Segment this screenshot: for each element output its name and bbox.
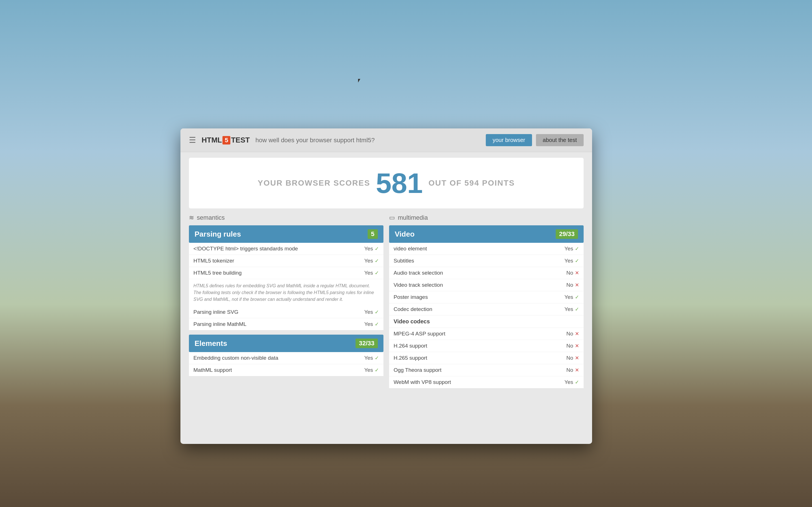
table-row: Codec detection Yes ✓: [389, 303, 583, 316]
item-name: MathML support: [193, 367, 362, 373]
check-icon: ✓: [375, 321, 379, 327]
result-yes: Yes: [564, 294, 573, 300]
item-result: Yes ✓: [562, 294, 579, 300]
semantics-label: semantics: [197, 214, 225, 221]
item-result: Yes ✓: [362, 258, 379, 264]
item-result: Yes ✓: [362, 355, 379, 361]
item-result: Yes ✓: [362, 321, 379, 327]
your-browser-button[interactable]: your browser: [486, 134, 532, 146]
item-result: Yes ✓: [362, 367, 379, 373]
hamburger-icon[interactable]: ☰: [189, 135, 196, 145]
table-row: Subtitles Yes ✓: [389, 255, 583, 267]
table-row: H.265 support No ✕: [389, 352, 583, 364]
result-yes: Yes: [564, 306, 573, 313]
result-yes: Yes: [364, 258, 373, 264]
check-icon: ✓: [575, 245, 579, 252]
result-no: No: [566, 282, 573, 288]
item-name: MPEG-4 ASP support: [394, 331, 562, 337]
item-result: No ✕: [562, 270, 579, 276]
cross-icon: ✕: [575, 282, 579, 288]
table-row: Video track selection No ✕: [389, 279, 583, 291]
video-header: Video 29/33: [389, 225, 583, 243]
check-icon: ✓: [375, 355, 379, 361]
cross-icon: ✕: [575, 331, 579, 337]
table-row: WebM with VP8 support Yes ✓: [389, 376, 583, 388]
tagline: how well does your browser support html5…: [255, 136, 375, 144]
table-row: Poster images Yes ✓: [389, 291, 583, 303]
cross-icon: ✕: [575, 343, 579, 349]
multimedia-section-header: ▭ multimedia: [389, 214, 583, 221]
item-name: Parsing inline SVG: [193, 309, 362, 315]
item-name: HTML5 tokenizer: [193, 258, 362, 264]
item-name: Embedding custom non-visible data: [193, 355, 362, 361]
check-icon: ✓: [375, 258, 379, 264]
table-row: video element Yes ✓: [389, 243, 583, 255]
result-yes: Yes: [364, 367, 373, 373]
result-yes: Yes: [364, 245, 373, 252]
check-icon: ✓: [575, 379, 579, 385]
result-yes: Yes: [564, 379, 573, 385]
browser-window: ☰ HTML 5 TEST how well does your browser…: [181, 128, 592, 444]
check-icon: ✓: [575, 258, 579, 264]
parsing-rules-score: 5: [368, 229, 378, 239]
item-name: Ogg Theora support: [394, 367, 562, 373]
elements-list: Embedding custom non-visible data Yes ✓ …: [189, 352, 384, 376]
score-label-left: YOUR BROWSER SCORES: [258, 179, 370, 187]
item-result: Yes ✓: [562, 306, 579, 313]
check-icon: ✓: [375, 367, 379, 373]
score-label-right: OUT OF 594 POINTS: [428, 179, 515, 187]
parsing-rules-list: <!DOCTYPE html> triggers standards mode …: [189, 243, 384, 330]
check-icon: ✓: [375, 245, 379, 252]
logo-test: TEST: [231, 136, 250, 145]
result-yes: Yes: [564, 245, 573, 252]
elements-score: 32/33: [356, 339, 378, 348]
video-codecs-header: Video codecs: [389, 316, 583, 328]
item-name: H.264 support: [394, 343, 562, 349]
cross-icon: ✕: [575, 355, 579, 361]
item-result: Yes ✓: [562, 245, 579, 252]
score-section: YOUR BROWSER SCORES 581 OUT OF 594 POINT…: [189, 158, 583, 209]
parsing-rules-title: Parsing rules: [195, 230, 241, 238]
item-name: Subtitles: [394, 258, 562, 264]
table-row: MPEG-4 ASP support No ✕: [389, 328, 583, 340]
check-icon: ✓: [575, 306, 579, 313]
nav-bar: ☰ HTML 5 TEST how well does your browser…: [181, 128, 592, 152]
item-result: No ✕: [562, 367, 579, 373]
table-row: H.264 support No ✕: [389, 340, 583, 352]
table-row: Parsing inline MathML Yes ✓: [189, 318, 384, 330]
result-no: No: [566, 270, 573, 276]
result-yes: Yes: [564, 258, 573, 264]
result-no: No: [566, 367, 573, 373]
item-name: Codec detection: [394, 306, 562, 313]
item-result: No ✕: [562, 355, 579, 361]
item-name: HTML5 tree building: [193, 270, 362, 276]
video-title: Video: [395, 230, 414, 238]
item-result: Yes ✓: [362, 270, 379, 276]
elements-title: Elements: [195, 339, 227, 348]
elements-header: Elements 32/33: [189, 335, 384, 352]
check-icon: ✓: [375, 270, 379, 276]
logo: HTML 5 TEST: [202, 136, 250, 145]
result-yes: Yes: [364, 270, 373, 276]
content-area: ≋ semantics Parsing rules 5 <!DOCTYPE ht…: [181, 214, 592, 393]
item-result: Yes ✓: [562, 258, 579, 264]
about-test-button[interactable]: about the test: [536, 134, 583, 146]
item-name: Poster images: [394, 294, 562, 300]
item-result: Yes ✓: [562, 379, 579, 385]
table-row: Ogg Theora support No ✕: [389, 364, 583, 376]
cross-icon: ✕: [575, 367, 579, 373]
item-name: <!DOCTYPE html> triggers standards mode: [193, 245, 362, 252]
semantics-icon: ≋: [189, 214, 194, 221]
result-yes: Yes: [364, 309, 373, 315]
check-icon: ✓: [375, 309, 379, 315]
parsing-description: HTML5 defines rules for embedding SVG an…: [189, 279, 384, 306]
item-name: Video track selection: [394, 282, 562, 288]
multimedia-label: multimedia: [398, 214, 428, 221]
cross-icon: ✕: [575, 270, 579, 276]
nav-buttons: your browser about the test: [486, 134, 583, 146]
result-yes: Yes: [364, 355, 373, 361]
video-list: video element Yes ✓ Subtitles Yes ✓ Audi…: [389, 243, 583, 388]
item-result: No ✕: [562, 282, 579, 288]
item-name: Parsing inline MathML: [193, 321, 362, 327]
nav-left: ☰ HTML 5 TEST how well does your browser…: [189, 135, 375, 145]
